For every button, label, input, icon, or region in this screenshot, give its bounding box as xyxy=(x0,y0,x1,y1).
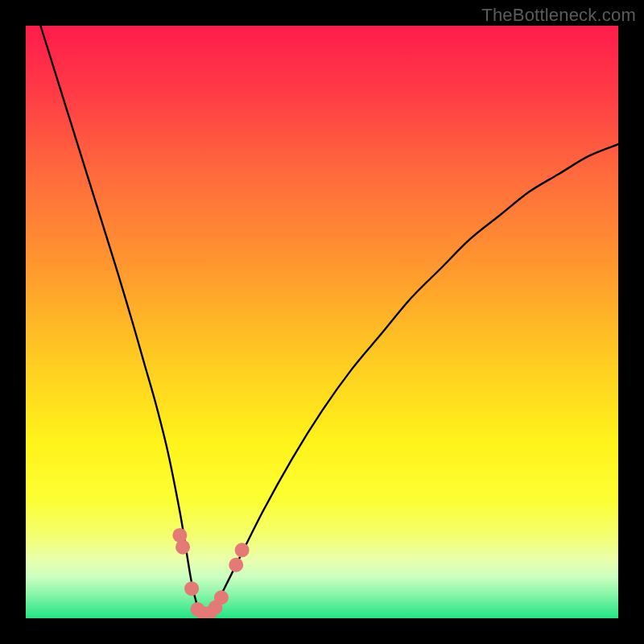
chart-frame: TheBottleneck.com xyxy=(0,0,644,644)
dot-right-mid xyxy=(229,558,243,572)
dot-left-lower xyxy=(184,581,199,596)
curve-dots xyxy=(172,528,249,618)
watermark-label: TheBottleneck.com xyxy=(481,5,636,26)
bottleneck-curve xyxy=(26,26,618,618)
plot-area xyxy=(26,26,618,618)
dot-left-mid xyxy=(175,540,190,555)
dot-right-lower xyxy=(214,590,229,605)
curve-layer xyxy=(26,26,618,618)
dot-right-upper xyxy=(235,543,250,557)
